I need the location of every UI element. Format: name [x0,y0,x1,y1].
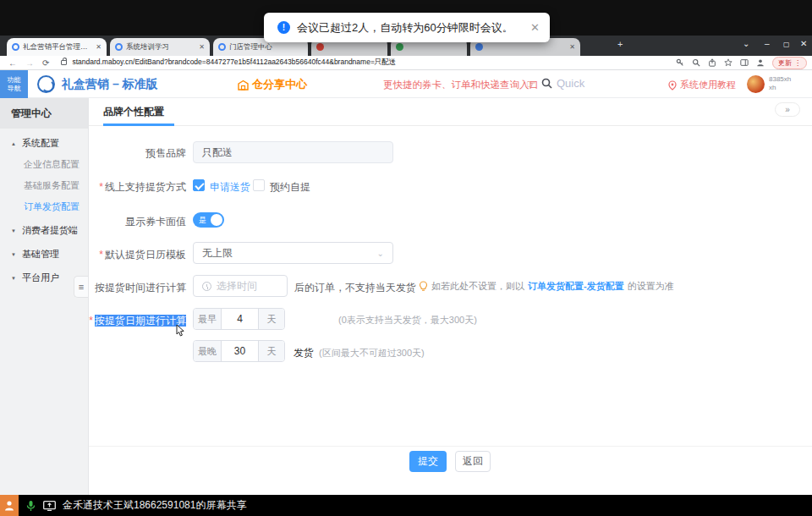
caret-down-icon: ▼ [11,228,22,233]
back-button[interactable]: 返回 [455,451,491,472]
search-icon [541,78,552,89]
caret-up-icon: ▲ [11,141,22,146]
key-icon[interactable] [676,58,684,67]
sidebar-group-system-config[interactable]: ▲系统配置 [0,137,88,150]
window-menu-icon[interactable]: ⌄ [743,39,749,48]
active-tab-underline [103,124,174,126]
time-calc-label: 按提货时间进行计算 [89,281,186,295]
pickup-method-label: 线上支持提货方式 [89,180,186,195]
sidebar-group-consumer-pickup[interactable]: ▼消费者提货端 [0,224,88,237]
tab-close-icon[interactable]: ✕ [569,43,575,51]
window-maximize-icon[interactable]: ▢ [783,41,790,48]
profile-icon[interactable] [756,58,765,67]
shipping-config-hint: 如若此处不设置，则以订单发货配置-发货配置的设置为准 [419,280,674,293]
earliest-days-group: 最早 4 天 [193,308,285,330]
toggle-on-label: 是 [199,215,206,226]
panel-collapse-button[interactable]: » [775,102,800,117]
content-tab-bar: 品牌个性配置 » [89,98,812,126]
lock-icon[interactable] [61,60,67,65]
time-picker-input[interactable]: 选择时间 [193,275,288,297]
latest-days-group: 最晚 30 天 [193,340,285,362]
browser-update-button[interactable]: 更新 ⋮ [772,57,807,69]
earliest-days-input[interactable]: 4 [222,309,258,329]
sidebar-group-basic-management[interactable]: ▼基础管理 [0,248,88,261]
user-sub: xh [769,84,791,92]
info-icon: ! [277,21,290,34]
selected-label-text: 按提货日期进行计算 [95,315,186,327]
browser-tab-2[interactable]: 系统培训学习 ✕ [110,38,210,56]
calendar-template-value: 无上限 [202,246,233,261]
earliest-prefix: 最早 [194,309,222,329]
function-nav-button[interactable]: 功能 导航 [0,70,28,98]
tab-title: 系统培训学习 [126,42,195,52]
pointer-hand-icon: ☞ [526,78,536,91]
latest-prefix: 最晚 [194,341,222,361]
browser-tab-1[interactable]: 礼盒营销平台管理中心 ✕ [7,38,107,56]
tutorial-label: 系统使用教程 [680,79,736,91]
presale-brand-input[interactable]: 只配送 [193,141,393,163]
sidebar-item-company-info[interactable]: 企业信息配置 [24,158,80,171]
caret-down-icon: ▼ [11,276,22,281]
face-value-toggle[interactable]: 是 [193,212,224,228]
new-tab-button[interactable]: + [617,39,623,49]
time-picker-placeholder: 选择时间 [217,279,257,294]
promo-link[interactable]: 更快捷的券卡、订单和快递查询入口 [383,79,539,91]
warehouse-share-center-link[interactable]: 仓分享中心 [238,77,307,92]
banner-close-icon[interactable]: ✕ [530,21,540,34]
quick-search[interactable]: Quick [541,77,584,90]
group-label: 基础管理 [22,249,59,259]
forward-icon[interactable]: → [25,58,34,68]
calendar-template-select[interactable]: 无上限 ⌄ [193,242,393,264]
address-url[interactable]: standard.maboy.cn/EditBand?brandcode=844… [72,58,396,68]
tab-brand-config[interactable]: 品牌个性配置 [103,105,164,119]
screen-share-icon[interactable] [43,501,56,511]
tab-close-icon[interactable]: ✕ [199,43,205,51]
tab-close-icon[interactable]: ✕ [96,43,102,51]
checkbox-self-pickup[interactable] [253,179,265,191]
mouse-cursor-icon [176,325,186,337]
group-label: 消费者提货端 [22,225,78,235]
update-label: 更新 [778,58,792,68]
tutorial-link[interactable]: 系统使用教程 [668,79,736,91]
share-icon[interactable] [708,58,716,67]
hint-suffix: 的设置为准 [628,280,674,293]
sidebar-collapse-handle[interactable]: ≡ [74,276,88,298]
screen-share-text: 金禾通技术王斌18662591081的屏幕共享 [63,498,246,513]
participant-icon [0,495,19,516]
user-avatar[interactable] [747,75,765,93]
reload-icon[interactable]: ⟳ [42,58,49,68]
meeting-banner-text: 会议已超过2人，自动转为60分钟限时会议。 [297,20,525,36]
window-minimize-icon[interactable]: – [765,39,770,48]
sidebar: 管理中心 ▲系统配置 企业信息配置 基础服务配置 订单发货配置 ▼消费者提货端 … [0,98,89,495]
sidebar-title: 管理中心 [0,98,88,129]
footer-divider [89,446,812,447]
app-header: 功能 导航 礼盒营销 – 标准版 仓分享中心 更快捷的券卡、订单和快递查询入口 … [0,70,812,98]
user-id: 8385xh [769,75,791,84]
sidebar-item-basic-service[interactable]: 基础服务配置 [24,179,80,192]
main-content: 品牌个性配置 » 预售品牌 只配送 线上支持提货方式 申请送货 预约自提 显示券… [89,98,812,495]
browser-url-bar: ← → ⟳ standard.maboy.cn/EditBand?brandco… [0,56,812,70]
checkbox-delivery-label[interactable]: 申请送货 [210,180,250,195]
calendar-template-label: 默认提货日历模板 [89,248,186,262]
site-favicon [396,43,403,51]
pin-icon [668,80,677,91]
checkbox-delivery[interactable] [193,179,205,191]
app-title: 礼盒营销 – 标准版 [62,77,158,92]
presale-brand-label: 预售品牌 [89,146,186,161]
site-favicon [316,43,324,51]
hint-link[interactable]: 订单发货配置-发货配置 [528,280,624,293]
earliest-unit: 天 [258,309,284,329]
site-favicon [115,43,123,51]
window-close-icon[interactable]: ✕ [800,39,807,48]
back-icon[interactable]: ← [8,58,17,68]
site-favicon [218,43,226,51]
bookmark-star-icon[interactable] [724,58,732,67]
side-panel-icon[interactable] [740,58,749,67]
checkbox-self-pickup-label[interactable]: 预约自提 [270,180,310,195]
submit-button[interactable]: 提交 [409,451,447,472]
microphone-icon[interactable] [26,500,36,512]
hint-prefix: 如若此处不设置，则以 [431,280,524,293]
sidebar-item-order-shipping[interactable]: 订单发货配置 [24,200,80,213]
zoom-icon[interactable] [692,58,700,67]
latest-days-input[interactable]: 30 [222,341,258,361]
